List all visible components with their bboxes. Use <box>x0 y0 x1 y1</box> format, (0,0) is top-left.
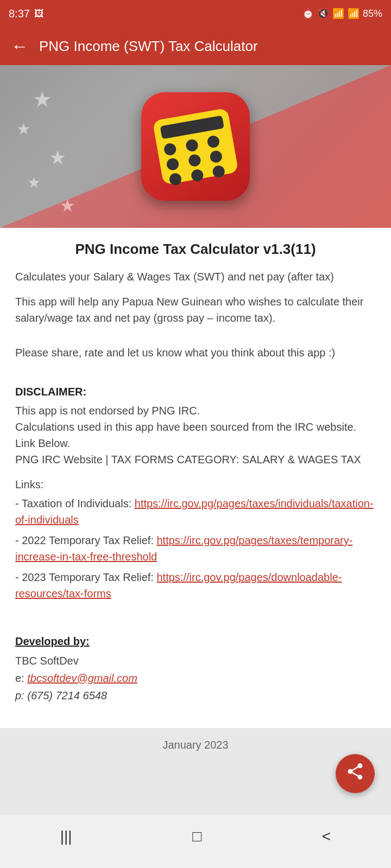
link-item-1: - Taxation of Individuals: https://irc.g… <box>15 495 376 528</box>
disclaimer-line3: PNG IRC Website | TAX FORMS CATEGORY: SA… <box>15 451 376 468</box>
signal-icon: 📶 <box>348 8 360 20</box>
calc-btn-2 <box>185 138 198 152</box>
star-icon-1: ★ <box>33 87 52 112</box>
star-icon-4: ★ <box>27 174 41 192</box>
recents-button[interactable]: ||| <box>60 828 72 845</box>
calc-btn-8 <box>190 169 204 182</box>
back-button[interactable]: ← <box>11 36 28 56</box>
share-text: Please share, rate and let us know what … <box>15 344 376 361</box>
link-2-label: - 2022 Temporary Tax Relief: <box>15 534 157 546</box>
calc-btn-1 <box>163 142 176 156</box>
developed-text: TBC SoftDev e: tbcsoftdev@gmail.com p: (… <box>15 652 376 704</box>
disclaimer-section: DISCLAIMER: This app is not endorsed by … <box>15 386 376 468</box>
email-link[interactable]: tbcsoftdev@gmail.com <box>27 672 137 684</box>
app-title: PNG Income Tax Calculator v1.3(11) <box>15 241 376 258</box>
calc-btn-7 <box>168 173 182 186</box>
share-icon <box>345 762 365 786</box>
app-bar-title: PNG Income (SWT) Tax Calculator <box>39 38 258 55</box>
main-content: PNG Income Tax Calculator v1.3(11) Calcu… <box>0 228 391 728</box>
calc-btn-3 <box>207 135 220 148</box>
app-bar: ← PNG Income (SWT) Tax Calculator <box>0 27 391 65</box>
share-fab[interactable] <box>336 754 375 793</box>
hero-image: ★ ★ ★ ★ ★ <box>0 65 391 228</box>
wifi-icon: 📶 <box>332 8 344 20</box>
status-icons: ⏰ 🔇 📶 📶 85% <box>302 8 382 20</box>
star-icon-2: ★ <box>16 119 31 138</box>
app-icon <box>141 92 250 201</box>
alarm-icon: ⏰ <box>302 8 314 20</box>
description-1: Calculates your Salary & Wages Tax (SWT)… <box>15 269 376 285</box>
star-icon-5: ★ <box>60 195 75 216</box>
battery-indicator: 85% <box>363 8 382 20</box>
developer-name: TBC SoftDev <box>15 652 376 669</box>
disclaimer-title: DISCLAIMER: <box>15 386 376 398</box>
calc-btn-4 <box>166 157 179 171</box>
link-1-label: - Taxation of Individuals: <box>15 497 135 509</box>
links-section: Links: - Taxation of Individuals: https:… <box>15 478 376 602</box>
developed-section: Developed by: TBC SoftDev e: tbcsoftdev@… <box>15 635 376 704</box>
bottom-area: January 2023 <box>0 728 391 815</box>
calc-btn-5 <box>187 154 201 167</box>
developer-phone: p: (675) 7214 6548 <box>15 687 376 704</box>
home-button[interactable]: □ <box>192 828 201 845</box>
status-bar: 8:37 🖼 ⏰ 🔇 📶 📶 85% <box>0 0 391 27</box>
links-title: Links: <box>15 478 376 491</box>
link-item-3: - 2023 Temporary Tax Relief: https://irc… <box>15 569 376 602</box>
description-2: This app will help any Papua New Guinean… <box>15 293 376 326</box>
calculator-graphic <box>153 108 239 185</box>
developed-title: Developed by: <box>15 635 376 648</box>
status-time: 8:37 🖼 <box>9 8 44 20</box>
disclaimer-line2: Calculations used in this app have been … <box>15 419 376 451</box>
mute-icon: 🔇 <box>317 8 329 20</box>
photo-icon: 🖼 <box>34 8 44 20</box>
disclaimer-line1: This app is not endorsed by PNG IRC. <box>15 403 376 419</box>
calc-btn-6 <box>209 150 223 163</box>
developer-email: e: tbcsoftdev@gmail.com <box>15 669 376 687</box>
bottom-date: January 2023 <box>162 739 228 751</box>
star-icon-3: ★ <box>49 146 66 169</box>
back-nav-button[interactable]: < <box>322 828 331 845</box>
link-item-2: - 2022 Temporary Tax Relief: https://irc… <box>15 532 376 565</box>
link-3-label: - 2023 Temporary Tax Relief: <box>15 571 157 583</box>
nav-bar: ||| □ < <box>0 815 391 858</box>
calc-btn-9 <box>212 164 225 178</box>
